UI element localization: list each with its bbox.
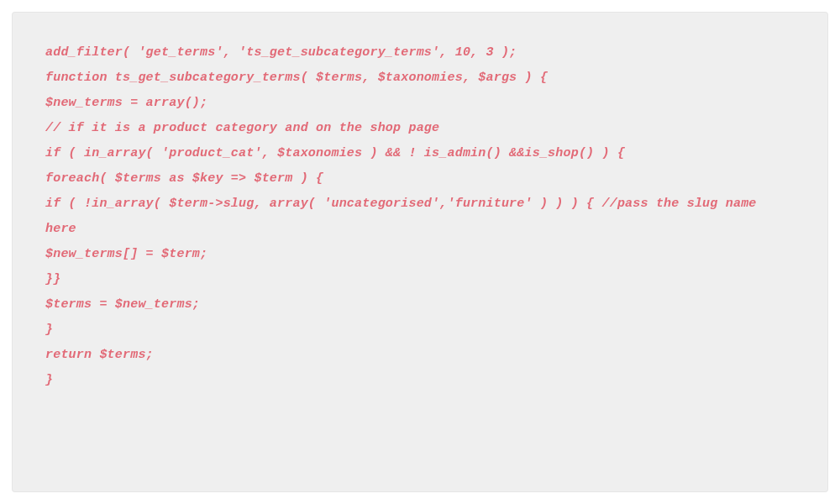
- code-block: add_filter( 'get_terms', 'ts_get_subcate…: [45, 40, 795, 393]
- page-frame: add_filter( 'get_terms', 'ts_get_subcate…: [0, 0, 840, 504]
- code-panel: add_filter( 'get_terms', 'ts_get_subcate…: [12, 12, 828, 492]
